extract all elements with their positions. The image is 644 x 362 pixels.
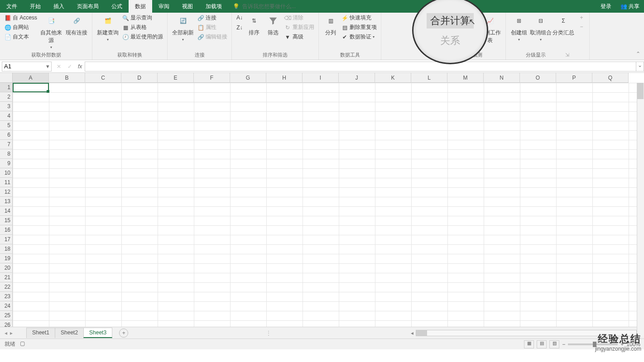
- row-header[interactable]: 11: [0, 178, 13, 187]
- row-header[interactable]: 23: [0, 292, 13, 301]
- chevron-down-icon[interactable]: ▾: [46, 63, 49, 70]
- first-sheet-icon[interactable]: ◂: [5, 330, 7, 336]
- sheet-tab-1[interactable]: Sheet1: [26, 328, 55, 338]
- tab-formula[interactable]: 公式: [105, 0, 129, 13]
- row-header[interactable]: 12: [0, 187, 13, 197]
- group-button[interactable]: ⊞创建组▾: [509, 14, 529, 42]
- row-header[interactable]: 3: [0, 102, 13, 111]
- page-break-button[interactable]: ▧: [549, 340, 559, 348]
- column-header[interactable]: F: [194, 73, 230, 83]
- tab-split-icon[interactable]: ⋮: [263, 330, 274, 336]
- active-cell[interactable]: [13, 83, 49, 92]
- row-header[interactable]: 26: [0, 320, 13, 327]
- tab-insert[interactable]: 插入: [47, 0, 71, 13]
- row-header[interactable]: 21: [0, 273, 13, 282]
- row-header[interactable]: 18: [0, 244, 13, 254]
- tab-layout[interactable]: 页面布局: [71, 0, 105, 13]
- column-header[interactable]: H: [266, 73, 303, 83]
- scroll-left-icon[interactable]: ◂: [409, 330, 416, 336]
- reapply-button[interactable]: ↻重新应用: [283, 23, 316, 32]
- tab-file[interactable]: 文件: [0, 0, 24, 13]
- tab-home[interactable]: 开始: [24, 0, 47, 13]
- connections-button[interactable]: 🔗连接: [196, 14, 229, 22]
- row-header[interactable]: 8: [0, 149, 13, 159]
- column-header[interactable]: C: [85, 73, 121, 83]
- flash-fill-button[interactable]: ⚡快速填充: [340, 14, 378, 22]
- row-header[interactable]: 15: [0, 216, 13, 225]
- filter-button[interactable]: 筛选: [264, 14, 283, 37]
- collapse-ribbon-icon[interactable]: ⌃: [636, 51, 640, 57]
- clear-filter-button[interactable]: ⌫清除: [283, 14, 316, 22]
- vertical-scrollbar[interactable]: [637, 83, 644, 337]
- ungroup-button[interactable]: ⊟取消组合▾: [529, 14, 552, 42]
- column-header[interactable]: I: [303, 73, 339, 83]
- row-header[interactable]: 24: [0, 301, 13, 311]
- row-header[interactable]: 10: [0, 168, 13, 178]
- from-other-button[interactable]: 📑自其他来源▾: [38, 14, 64, 49]
- sort-desc-button[interactable]: Z↓: [235, 24, 245, 32]
- row-header[interactable]: 17: [0, 235, 13, 244]
- last-sheet-icon[interactable]: ▸: [10, 330, 13, 336]
- from-web-button[interactable]: 🌐自网站: [3, 23, 38, 32]
- row-header[interactable]: 6: [0, 130, 13, 140]
- share-button[interactable]: 👥 共享: [616, 0, 644, 13]
- column-header[interactable]: A: [13, 73, 49, 83]
- row-header[interactable]: 25: [0, 311, 13, 320]
- column-header[interactable]: Q: [592, 73, 629, 83]
- row-header[interactable]: 1: [0, 83, 13, 92]
- row-header[interactable]: 9: [0, 159, 13, 168]
- tab-data[interactable]: 数据: [129, 0, 152, 13]
- refresh-all-button[interactable]: 🔄全部刷新▾: [170, 14, 196, 42]
- tell-me-input[interactable]: [242, 3, 315, 10]
- sheet-nav[interactable]: ◂ ▸: [0, 330, 17, 336]
- properties-button[interactable]: 📋属性: [196, 23, 229, 32]
- column-header[interactable]: P: [556, 73, 592, 83]
- row-header[interactable]: 7: [0, 140, 13, 149]
- fx-icon[interactable]: fx: [78, 63, 82, 70]
- text-to-columns-button[interactable]: ▥分列: [322, 14, 340, 37]
- normal-view-button[interactable]: ▦: [524, 340, 534, 348]
- cells-area[interactable]: [13, 83, 644, 327]
- tab-addins[interactable]: 加载项: [199, 0, 228, 13]
- row-header[interactable]: 20: [0, 263, 13, 273]
- sort-button[interactable]: ⇅排序: [245, 14, 264, 37]
- row-header[interactable]: 16: [0, 225, 13, 235]
- tab-view[interactable]: 视图: [176, 0, 199, 13]
- show-detail-button[interactable]: +: [577, 14, 586, 22]
- column-header[interactable]: L: [411, 73, 447, 83]
- hide-detail-button[interactable]: −: [577, 23, 586, 31]
- sheet-tab-3[interactable]: Sheet3: [83, 328, 112, 338]
- column-header[interactable]: E: [158, 73, 194, 83]
- row-header[interactable]: 5: [0, 121, 13, 130]
- column-header[interactable]: M: [447, 73, 484, 83]
- edit-links-button[interactable]: 🔗编辑链接: [196, 33, 229, 41]
- recent-sources-button[interactable]: 🕘最近使用的源: [120, 33, 164, 41]
- from-access-button[interactable]: 📕自 Access: [3, 14, 38, 22]
- row-header[interactable]: 19: [0, 254, 13, 263]
- sheet-tab-2[interactable]: Sheet2: [55, 328, 84, 338]
- advanced-filter-button[interactable]: ▼高级: [283, 33, 316, 41]
- row-header[interactable]: 4: [0, 111, 13, 121]
- zoom-out-button[interactable]: −: [562, 341, 565, 348]
- existing-conn-button[interactable]: 🔗现有连接: [64, 14, 89, 37]
- column-header[interactable]: D: [121, 73, 158, 83]
- row-header[interactable]: 22: [0, 282, 13, 292]
- row-header[interactable]: 13: [0, 197, 13, 206]
- row-header[interactable]: 2: [0, 92, 13, 102]
- expand-formula-icon[interactable]: ⌄: [636, 62, 644, 71]
- tab-review[interactable]: 审阅: [152, 0, 176, 13]
- formula-input[interactable]: [85, 62, 636, 71]
- subtotal-button[interactable]: Σ分类汇总: [552, 14, 575, 37]
- page-layout-button[interactable]: ▤: [537, 340, 547, 348]
- show-query-button[interactable]: 🔍显示查询: [120, 14, 164, 22]
- data-validation-button[interactable]: ✔数据验证 ▾: [340, 33, 378, 41]
- cancel-icon[interactable]: ✕: [53, 63, 64, 70]
- login-button[interactable]: 登录: [596, 0, 616, 13]
- from-text-button[interactable]: 📄自文本: [3, 33, 38, 41]
- consolidate-button-zoom[interactable]: 合并计算 ↖: [427, 13, 474, 29]
- macro-record-icon[interactable]: ▢: [20, 340, 25, 348]
- enter-icon[interactable]: ✓: [64, 63, 75, 70]
- remove-duplicates-button[interactable]: ▤删除重复项: [340, 23, 378, 32]
- row-header[interactable]: 14: [0, 206, 13, 216]
- name-box[interactable]: A1 ▾: [2, 62, 52, 71]
